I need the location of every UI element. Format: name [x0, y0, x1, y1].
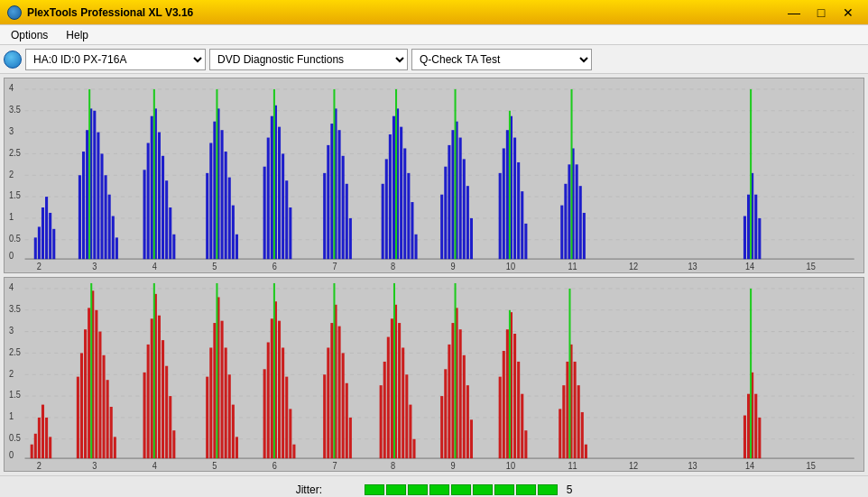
svg-rect-173 [80, 353, 83, 458]
title-bar: PlexTools Professional XL V3.16 — □ ✕ [0, 0, 868, 25]
svg-rect-188 [158, 315, 161, 457]
svg-text:7: 7 [332, 460, 337, 471]
svg-rect-186 [151, 318, 153, 458]
svg-text:11: 11 [568, 261, 577, 272]
menu-options[interactable]: Options [4, 27, 55, 43]
svg-rect-184 [143, 372, 146, 457]
svg-rect-206 [271, 318, 273, 458]
svg-text:3.5: 3.5 [9, 303, 21, 314]
svg-rect-95 [403, 148, 406, 259]
svg-text:14: 14 [745, 460, 755, 471]
svg-rect-241 [466, 385, 469, 458]
svg-rect-48 [112, 216, 115, 260]
svg-rect-209 [282, 347, 284, 458]
svg-rect-208 [278, 320, 281, 458]
svg-rect-87 [349, 218, 352, 259]
svg-rect-221 [349, 417, 352, 457]
svg-rect-62 [209, 143, 212, 260]
svg-rect-56 [162, 156, 164, 259]
svg-rect-108 [470, 218, 473, 259]
svg-text:12: 12 [629, 261, 639, 272]
svg-rect-35 [42, 207, 44, 259]
svg-rect-166 [31, 444, 33, 457]
svg-rect-53 [151, 116, 153, 259]
svg-rect-192 [172, 430, 175, 458]
svg-rect-103 [451, 130, 454, 259]
svg-rect-234 [440, 396, 443, 458]
svg-rect-76 [282, 153, 284, 259]
svg-rect-128 [747, 195, 750, 260]
svg-rect-107 [466, 186, 469, 259]
svg-rect-249 [517, 361, 520, 457]
svg-text:2: 2 [37, 460, 42, 471]
svg-rect-239 [459, 329, 462, 458]
svg-rect-124 [579, 186, 582, 259]
svg-rect-86 [346, 184, 348, 259]
svg-text:4: 4 [9, 83, 14, 94]
svg-text:3: 3 [92, 261, 97, 272]
svg-text:3.5: 3.5 [9, 104, 21, 115]
svg-rect-67 [228, 178, 231, 260]
svg-rect-246 [506, 329, 509, 458]
menu-help[interactable]: Help [59, 27, 96, 43]
svg-text:13: 13 [688, 261, 698, 272]
svg-rect-94 [400, 127, 402, 260]
svg-rect-265 [754, 393, 757, 458]
svg-rect-71 [263, 167, 266, 259]
top-chart-svg: 4 3.5 3 2.5 2 1.5 1 0.5 0 2 3 4 5 6 7 [5, 78, 863, 272]
svg-rect-223 [380, 385, 383, 458]
svg-rect-49 [115, 237, 118, 259]
svg-rect-255 [566, 361, 568, 457]
svg-rect-240 [463, 354, 466, 457]
status-metrics: Jitter: 5 Peak Shift: [296, 483, 573, 497]
svg-text:15: 15 [807, 460, 817, 471]
svg-rect-262 [743, 415, 746, 458]
svg-rect-229 [402, 347, 404, 458]
svg-rect-110 [499, 173, 502, 259]
svg-rect-114 [513, 138, 516, 260]
svg-rect-80 [323, 173, 326, 259]
svg-rect-92 [392, 116, 395, 259]
svg-rect-89 [382, 184, 384, 259]
svg-rect-112 [506, 130, 509, 259]
drive-select[interactable]: HA:0 ID:0 PX-716A [25, 49, 206, 70]
svg-rect-81 [327, 145, 329, 259]
svg-rect-205 [267, 342, 270, 458]
svg-text:4: 4 [9, 281, 14, 292]
svg-rect-41 [86, 130, 88, 259]
svg-rect-90 [385, 159, 388, 259]
svg-rect-189 [162, 340, 164, 458]
svg-rect-52 [147, 143, 150, 260]
svg-rect-248 [513, 333, 516, 457]
svg-text:10: 10 [506, 460, 516, 471]
svg-rect-220 [346, 382, 348, 457]
svg-text:6: 6 [272, 261, 278, 272]
menu-bar: Options Help [0, 25, 868, 45]
svg-rect-39 [78, 175, 81, 259]
svg-rect-235 [444, 369, 447, 458]
svg-text:2: 2 [9, 367, 14, 378]
svg-rect-214 [323, 374, 326, 458]
svg-rect-225 [387, 336, 390, 458]
svg-text:1: 1 [9, 410, 14, 421]
minimize-button[interactable]: — [781, 4, 807, 22]
svg-rect-204 [263, 369, 266, 458]
svg-rect-180 [106, 380, 109, 458]
svg-rect-230 [405, 374, 408, 458]
svg-rect-68 [232, 206, 235, 260]
svg-rect-69 [235, 235, 238, 259]
svg-rect-198 [221, 320, 224, 458]
function-select[interactable]: DVD Diagnostic Functions [209, 49, 408, 70]
svg-rect-97 [411, 202, 413, 259]
svg-rect-259 [581, 411, 584, 457]
svg-rect-251 [524, 430, 527, 458]
svg-rect-250 [521, 393, 523, 458]
close-button[interactable]: ✕ [836, 4, 861, 22]
test-select[interactable]: Q-Check TA Test [411, 49, 592, 70]
svg-rect-254 [562, 385, 565, 458]
svg-rect-75 [278, 127, 281, 260]
svg-rect-100 [440, 195, 443, 260]
maximize-button[interactable]: □ [808, 4, 834, 22]
svg-rect-101 [444, 167, 447, 259]
svg-rect-194 [206, 376, 208, 458]
